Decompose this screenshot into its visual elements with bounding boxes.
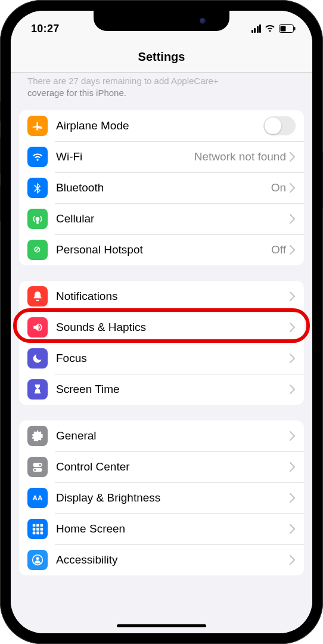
cellular-signal-icon <box>251 24 262 33</box>
row-label: Personal Hotspot <box>56 243 271 256</box>
chevron-right-icon <box>290 323 296 332</box>
battery-icon <box>279 24 296 33</box>
volume-up-button <box>0 137 1 174</box>
chevron-right-icon <box>290 493 296 503</box>
page-title: Settings <box>11 50 312 64</box>
speaker-icon <box>27 317 48 338</box>
airplane-toggle[interactable] <box>263 116 296 135</box>
group-general: General Control Center Display & Brightn… <box>19 420 304 575</box>
chevron-right-icon <box>290 292 296 301</box>
wifi-icon <box>27 147 48 167</box>
wifi-status-icon <box>265 24 275 33</box>
status-icons <box>251 24 296 33</box>
row-general[interactable]: General <box>19 420 304 451</box>
chevron-right-icon <box>290 524 296 534</box>
row-display-brightness[interactable]: Display & Brightness <box>19 482 304 513</box>
row-label: Cellular <box>56 212 290 225</box>
chevron-right-icon <box>290 183 296 193</box>
airplane-icon <box>27 116 48 136</box>
nav-header: Settings <box>11 41 312 73</box>
row-notifications[interactable]: Notifications <box>19 281 304 312</box>
row-focus[interactable]: Focus <box>19 343 304 374</box>
aa-icon <box>27 488 48 508</box>
row-value: On <box>271 181 286 194</box>
moon-icon <box>27 348 48 369</box>
row-control-center[interactable]: Control Center <box>19 451 304 482</box>
row-personal-hotspot[interactable]: Personal Hotspot Off <box>19 234 304 265</box>
mute-switch <box>0 101 1 122</box>
screen: 10:27 Settings There are 27 days remaini… <box>11 11 312 633</box>
hourglass-icon <box>27 379 48 400</box>
row-home-screen[interactable]: Home Screen <box>19 513 304 544</box>
notch <box>94 11 229 31</box>
status-time: 10:27 <box>31 23 60 35</box>
chevron-right-icon <box>290 462 296 472</box>
row-label: Accessibility <box>56 553 290 566</box>
row-accessibility[interactable]: Accessibility <box>19 544 304 575</box>
chevron-right-icon <box>290 354 296 363</box>
content-scroll[interactable]: There are 27 days remaining to add Apple… <box>11 73 312 633</box>
row-label: Focus <box>56 352 290 365</box>
row-label: Screen Time <box>56 383 290 396</box>
chevron-right-icon <box>290 214 296 224</box>
grid-icon <box>27 519 48 539</box>
row-label: Airplane Mode <box>56 119 263 132</box>
switches-icon <box>27 457 48 477</box>
row-sounds-haptics[interactable]: Sounds & Haptics <box>19 312 304 343</box>
row-cellular[interactable]: Cellular <box>19 203 304 234</box>
row-screen-time[interactable]: Screen Time <box>19 374 304 405</box>
home-indicator[interactable] <box>117 624 206 627</box>
gear-icon <box>27 426 48 446</box>
chevron-right-icon <box>290 555 296 565</box>
chevron-right-icon <box>290 431 296 441</box>
row-label: Wi-Fi <box>56 150 194 163</box>
group-notifications: Notifications Sounds & Haptics Focus S <box>19 281 304 405</box>
row-value: Network not found <box>194 150 286 163</box>
chevron-right-icon <box>290 152 296 162</box>
volume-down-button <box>0 185 1 222</box>
device-frame: 10:27 Settings There are 27 days remaini… <box>0 0 323 644</box>
row-value: Off <box>271 243 286 256</box>
row-airplane-mode[interactable]: Airplane Mode <box>19 110 304 141</box>
banner-line2: coverage for this iPhone. <box>27 88 126 98</box>
row-label: Bluetooth <box>56 181 271 194</box>
chevron-right-icon <box>290 245 296 255</box>
row-label: General <box>56 429 290 442</box>
applecare-banner: There are 27 days remaining to add Apple… <box>11 73 312 106</box>
row-bluetooth[interactable]: Bluetooth On <box>19 172 304 203</box>
chevron-right-icon <box>290 385 296 394</box>
front-camera-icon <box>200 18 206 24</box>
accessibility-icon <box>27 550 48 570</box>
row-label: Notifications <box>56 290 290 303</box>
cellular-icon <box>27 209 48 229</box>
bell-icon <box>27 286 48 306</box>
banner-line1: There are 27 days remaining to add Apple… <box>27 76 219 86</box>
row-label: Control Center <box>56 460 290 473</box>
hotspot-icon <box>27 240 48 260</box>
row-label: Home Screen <box>56 522 290 535</box>
row-wifi[interactable]: Wi-Fi Network not found <box>19 141 304 172</box>
row-label: Sounds & Haptics <box>56 321 290 334</box>
bluetooth-icon <box>27 178 48 198</box>
group-connectivity: Airplane Mode Wi-Fi Network not found Bl… <box>19 110 304 265</box>
row-label: Display & Brightness <box>56 491 290 504</box>
